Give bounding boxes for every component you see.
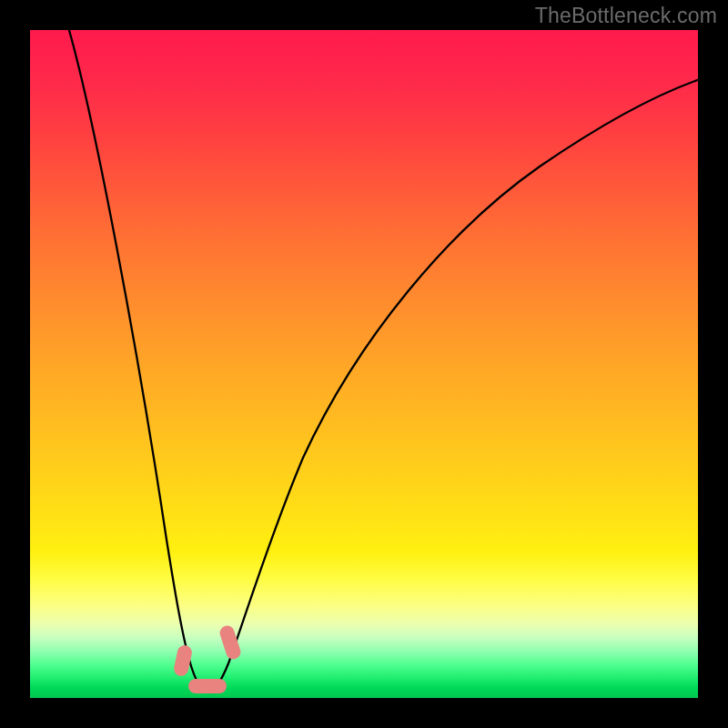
- floor-highlight: [188, 679, 227, 693]
- bottleneck-curve: [30, 30, 698, 698]
- watermark-text: TheBottleneck.com: [535, 4, 717, 28]
- chart-frame: [30, 30, 698, 698]
- curve-path: [66, 30, 698, 693]
